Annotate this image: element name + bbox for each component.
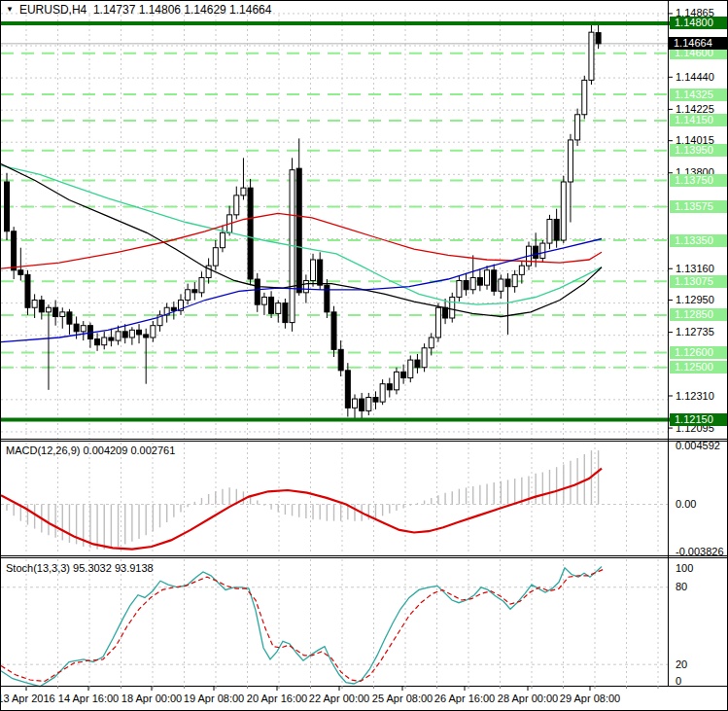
- candle-body: [457, 281, 462, 298]
- candle-body: [186, 290, 191, 301]
- candle-body: [60, 312, 65, 317]
- candle-body: [199, 277, 204, 292]
- candle-body: [422, 348, 427, 368]
- chart-window: ▼EURUSD,H4 1.14737 1.14806 1.14629 1.146…: [0, 0, 728, 711]
- candle-body: [241, 188, 246, 196]
- candle-body: [122, 332, 127, 338]
- candle-body: [151, 326, 156, 338]
- candle-body: [387, 384, 392, 390]
- candle-body: [450, 297, 455, 318]
- candle-body: [303, 281, 308, 293]
- candle-body: [477, 277, 482, 285]
- candle-body: [109, 338, 114, 340]
- candle-body: [46, 307, 51, 312]
- candle-body: [81, 326, 86, 332]
- candle-body: [137, 330, 142, 335]
- candle-body: [25, 274, 30, 307]
- candle-body: [575, 115, 580, 140]
- candle-body: [408, 360, 413, 377]
- candle-body: [53, 307, 58, 316]
- candle-body: [464, 281, 468, 290]
- candle-body: [554, 219, 559, 240]
- candle-body: [582, 80, 587, 114]
- candle-body: [5, 182, 10, 231]
- candle-body: [492, 270, 497, 292]
- stoch-k-line: [1, 567, 602, 687]
- candle-body: [296, 168, 301, 293]
- candle-body: [261, 297, 266, 304]
- candle-body: [435, 307, 440, 338]
- candle-body: [255, 279, 260, 304]
- candle-body: [470, 277, 475, 289]
- candle-body: [144, 335, 149, 338]
- candle-body: [116, 332, 121, 340]
- candle-body: [32, 301, 37, 308]
- candle-body: [18, 270, 23, 275]
- candle-body: [547, 219, 552, 243]
- candle-body: [129, 330, 134, 338]
- candle-body: [67, 312, 72, 324]
- candle-body: [12, 231, 17, 270]
- candle-body: [331, 312, 336, 349]
- candle-body: [519, 266, 524, 274]
- candle-body: [499, 279, 503, 291]
- candle-body: [318, 260, 323, 285]
- candle-body: [234, 196, 239, 215]
- chart-canvas[interactable]: [1, 1, 728, 711]
- candle-body: [373, 398, 378, 403]
- candle-body: [380, 384, 385, 402]
- candle-body: [415, 360, 420, 368]
- candle-body: [102, 338, 107, 345]
- candle-body: [213, 248, 218, 266]
- macd-signal-line: [1, 469, 602, 550]
- candle-body: [401, 372, 406, 377]
- candle-body: [596, 33, 601, 44]
- candle-body: [95, 339, 100, 345]
- candle-body: [485, 270, 490, 285]
- candle-body: [192, 290, 197, 293]
- candle-body: [74, 324, 79, 332]
- candle-body: [589, 32, 594, 80]
- candle-body: [283, 303, 288, 323]
- candle-body: [360, 399, 364, 410]
- candle-body: [345, 371, 350, 408]
- candle-body: [505, 279, 510, 287]
- candle-body: [540, 243, 545, 258]
- candle-body: [429, 338, 433, 348]
- candle-body: [220, 232, 225, 247]
- candle-body: [248, 188, 253, 279]
- candle-body: [39, 301, 44, 312]
- candle-body: [394, 372, 399, 389]
- candle-body: [338, 349, 343, 371]
- candle-body: [512, 274, 517, 286]
- candle-body: [366, 398, 371, 411]
- candle-body: [311, 260, 316, 281]
- candle-body: [269, 297, 274, 313]
- candle-body: [353, 399, 358, 408]
- candle-body: [534, 246, 538, 258]
- candle-body: [561, 182, 566, 240]
- candle-body: [568, 140, 572, 182]
- candle-body: [171, 307, 176, 310]
- candle-body: [443, 307, 448, 318]
- candle-body: [276, 303, 281, 314]
